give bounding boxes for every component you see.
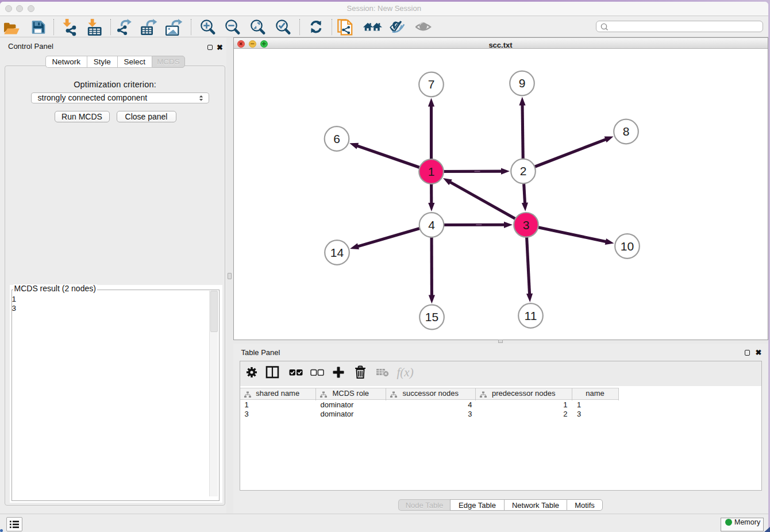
svg-text:9: 9 — [518, 76, 525, 90]
svg-text:10: 10 — [620, 239, 633, 252]
svg-text:15: 15 — [425, 310, 438, 323]
svg-text:4: 4 — [428, 218, 435, 231]
svg-text:14: 14 — [330, 245, 344, 259]
svg-text:2: 2 — [519, 164, 526, 178]
svg-text:11: 11 — [524, 309, 537, 322]
svg-text:8: 8 — [622, 125, 629, 138]
svg-text:6: 6 — [333, 132, 340, 145]
svg-text:3: 3 — [522, 218, 529, 231]
svg-text:7: 7 — [428, 78, 434, 91]
svg-text:1: 1 — [428, 164, 434, 178]
